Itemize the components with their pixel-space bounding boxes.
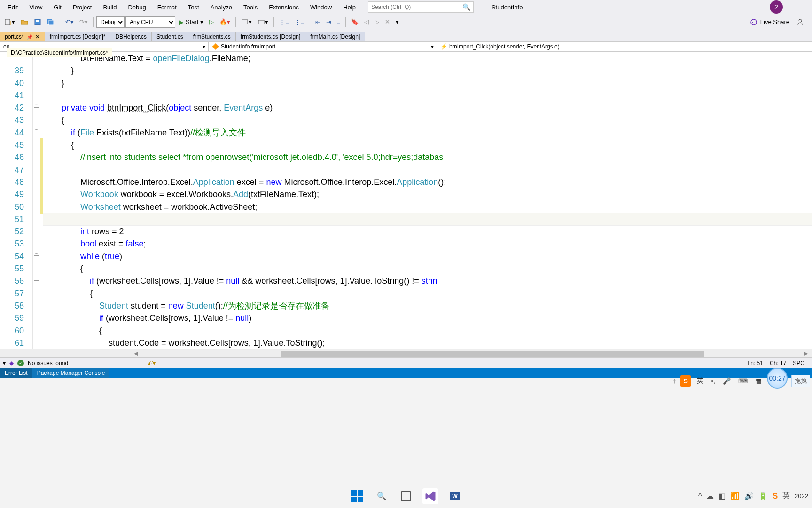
bookmark-prev-button[interactable]: ◁ bbox=[362, 17, 371, 27]
code-editor[interactable]: 3940414243444546474849505152535455565758… bbox=[0, 52, 812, 349]
svg-rect-4 bbox=[49, 20, 54, 25]
close-icon[interactable]: ✕ bbox=[35, 33, 40, 40]
minimize-button[interactable]: — bbox=[790, 2, 804, 12]
ime-lang[interactable]: 英 bbox=[695, 376, 705, 386]
document-tabs: port.cs* 📌 ✕ frmImport.cs [Design]* DBHe… bbox=[0, 30, 812, 41]
menu-help[interactable]: Help bbox=[338, 2, 360, 12]
undo-button[interactable]: ↶▾ bbox=[63, 17, 76, 27]
menu-test[interactable]: Test bbox=[183, 2, 204, 12]
start-debug-button[interactable]: ▶Start ▾ bbox=[176, 17, 206, 27]
search-icon: 🔍 bbox=[462, 3, 470, 11]
menu-window[interactable]: Window bbox=[305, 2, 336, 12]
tab-frmstudents[interactable]: frmStudents.cs bbox=[188, 32, 236, 41]
menu-bar: Edit View Git Project Build Debug Format… bbox=[0, 0, 812, 14]
menu-build[interactable]: Build bbox=[98, 2, 121, 12]
bookmark-clear-button[interactable]: ✕ bbox=[383, 17, 392, 27]
tab-frmstudents-design[interactable]: frmStudents.cs [Design] bbox=[236, 32, 305, 41]
menu-analyze[interactable]: Analyze bbox=[206, 2, 237, 12]
visual-studio-icon[interactable] bbox=[422, 488, 438, 504]
tray-sogou-icon[interactable]: S bbox=[773, 492, 778, 500]
live-share-button[interactable]: Live Share bbox=[750, 18, 789, 26]
avatar[interactable]: 2 bbox=[770, 0, 783, 14]
change-indicator bbox=[40, 52, 43, 349]
menu-edit[interactable]: Edit bbox=[3, 2, 23, 12]
tab-frmimport-cs[interactable]: port.cs* 📌 ✕ bbox=[0, 32, 45, 41]
tab-frmmain-design[interactable]: frmMain.cs [Design] bbox=[305, 32, 365, 41]
hot-reload-button[interactable]: 🔥▾ bbox=[217, 17, 233, 27]
open-file-button[interactable] bbox=[18, 17, 31, 27]
tab-label: port.cs* bbox=[5, 33, 24, 40]
menu-git[interactable]: Git bbox=[49, 2, 66, 12]
platform-combo[interactable]: Any CPU bbox=[125, 16, 175, 28]
pin-icon[interactable]: 📌 bbox=[27, 34, 32, 40]
nav-class-combo[interactable]: 🔶StudentInfo.frmImport▾ bbox=[209, 41, 437, 51]
scroll-left-arrow[interactable]: ◀ bbox=[132, 350, 140, 357]
tray-chevron-icon[interactable]: ^ bbox=[698, 492, 702, 500]
taskbar-year[interactable]: 2022 bbox=[795, 492, 808, 500]
format-button[interactable]: ≡ bbox=[335, 17, 343, 27]
start-button[interactable] bbox=[349, 488, 365, 504]
panel-pkg-console[interactable]: Package Manager Console bbox=[32, 368, 110, 378]
svg-rect-6 bbox=[258, 20, 264, 24]
nav-method-combo[interactable]: ⚡btnImport_Click(object sender, EventArg… bbox=[437, 41, 812, 51]
search-app-icon[interactable]: 🔍 bbox=[374, 488, 390, 504]
issues-text: No issues found bbox=[28, 360, 68, 366]
save-all-button[interactable] bbox=[45, 17, 57, 27]
menu-tools[interactable]: Tools bbox=[239, 2, 262, 12]
step-button[interactable]: ▾ bbox=[255, 17, 271, 27]
uncomment-button[interactable]: ⋮≡ bbox=[292, 17, 307, 27]
tray-volume-icon[interactable]: 🔊 bbox=[744, 492, 754, 500]
brush-icon[interactable]: 🖌▾ bbox=[147, 360, 156, 366]
outdent-button[interactable]: ⇤ bbox=[313, 17, 323, 27]
menu-extensions[interactable]: Extensions bbox=[264, 2, 304, 12]
scroll-right-arrow[interactable]: ▶ bbox=[802, 350, 810, 357]
drag-label[interactable]: 拖拽 bbox=[791, 375, 810, 387]
horizontal-scrollbar[interactable]: ◀ ▶ bbox=[0, 349, 812, 357]
code-area[interactable]: txtFileName.Text = openFileDialog.FileNa… bbox=[43, 52, 812, 349]
tray-onedrive-icon[interactable]: ☁ bbox=[706, 492, 714, 500]
redo-button[interactable]: ↷▾ bbox=[77, 17, 90, 27]
search-box[interactable]: 🔍 bbox=[368, 1, 474, 13]
fold-toggle[interactable]: − bbox=[34, 127, 39, 132]
fold-toggle[interactable]: − bbox=[34, 251, 39, 256]
svg-text:W: W bbox=[452, 493, 458, 500]
start-without-debug-button[interactable]: ▷ bbox=[207, 17, 216, 27]
sogou-icon[interactable]: S bbox=[680, 375, 691, 387]
tab-dbhelper[interactable]: DBHelper.cs bbox=[110, 32, 152, 41]
tab-frmimport-design[interactable]: frmImport.cs [Design]* bbox=[45, 32, 111, 41]
browser-link-button[interactable]: ▾ bbox=[239, 17, 254, 27]
ime-mic-icon[interactable]: 🎤 bbox=[721, 376, 733, 386]
toolbar-overflow-button[interactable]: ▾ bbox=[393, 17, 401, 27]
new-item-button[interactable]: ▾ bbox=[2, 17, 17, 27]
tray-icon-2[interactable]: ◧ bbox=[718, 492, 726, 500]
menu-debug[interactable]: Debug bbox=[123, 2, 150, 12]
task-view-icon[interactable] bbox=[398, 488, 414, 504]
comment-button[interactable]: ⋮≡ bbox=[277, 17, 291, 27]
bookmark-next-button[interactable]: ▷ bbox=[372, 17, 382, 27]
tab-student[interactable]: Student.cs bbox=[152, 32, 188, 41]
fold-gutter[interactable]: − − − − bbox=[33, 52, 40, 349]
fold-toggle[interactable]: − bbox=[34, 103, 39, 108]
config-combo[interactable]: Debug bbox=[96, 16, 125, 28]
save-button[interactable] bbox=[31, 17, 44, 27]
panel-error-list[interactable]: Error List bbox=[0, 368, 32, 378]
svg-rect-2 bbox=[36, 20, 39, 22]
search-input[interactable] bbox=[371, 4, 462, 10]
tray-wifi-icon[interactable]: 📶 bbox=[730, 492, 740, 500]
menu-project[interactable]: Project bbox=[68, 2, 96, 12]
ime-keyboard-icon[interactable]: ⌨ bbox=[736, 376, 750, 386]
bookmark-button[interactable]: 🔖 bbox=[349, 17, 361, 27]
ime-grid-icon[interactable]: ▦ bbox=[753, 376, 763, 386]
indent-button[interactable]: ⇥ bbox=[324, 17, 334, 27]
fold-toggle[interactable]: − bbox=[34, 276, 39, 281]
word-icon[interactable]: W bbox=[447, 488, 463, 504]
up-arrow-icon[interactable]: ↑ bbox=[672, 377, 676, 385]
tray-ime-icon[interactable]: 英 bbox=[782, 491, 790, 501]
clock-widget[interactable]: 00:27 bbox=[767, 368, 788, 389]
tray-battery-icon[interactable]: 🔋 bbox=[758, 492, 768, 500]
menu-format[interactable]: Format bbox=[153, 2, 181, 12]
scroll-thumb[interactable] bbox=[281, 351, 704, 357]
user-icon[interactable] bbox=[794, 17, 806, 27]
ime-punct-icon[interactable]: •, bbox=[709, 376, 717, 386]
menu-view[interactable]: View bbox=[24, 2, 47, 12]
